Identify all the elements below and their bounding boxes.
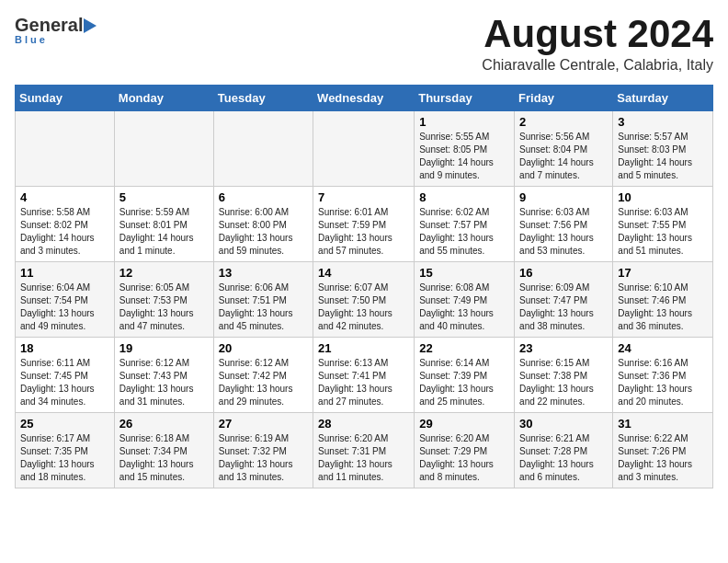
day-detail: Sunrise: 5:55 AMSunset: 8:05 PMDaylight:…: [419, 131, 509, 182]
page-header: General Blue August 2024 Chiaravalle Cen…: [15, 15, 713, 74]
day-detail: Sunrise: 6:00 AMSunset: 8:00 PMDaylight:…: [219, 206, 308, 258]
calendar-day-header: Sunday: [16, 86, 115, 111]
day-detail: Sunrise: 6:20 AMSunset: 7:29 PMDaylight:…: [419, 432, 509, 484]
calendar-cell: [114, 111, 213, 187]
calendar-day-header: Wednesday: [313, 86, 415, 111]
calendar-cell: 5Sunrise: 5:59 AMSunset: 8:01 PMDaylight…: [114, 187, 213, 262]
calendar-week-row: 1Sunrise: 5:55 AMSunset: 8:05 PMDaylight…: [16, 111, 713, 187]
calendar-cell: 21Sunrise: 6:13 AMSunset: 7:41 PMDayligh…: [313, 338, 415, 413]
day-detail: Sunrise: 5:56 AMSunset: 8:04 PMDaylight:…: [519, 131, 608, 182]
day-number: 21: [318, 341, 409, 355]
day-detail: Sunrise: 6:03 AMSunset: 7:55 PMDaylight:…: [618, 206, 708, 258]
day-detail: Sunrise: 6:15 AMSunset: 7:38 PMDaylight:…: [519, 357, 608, 408]
logo-blue: Blue: [15, 34, 97, 45]
day-number: 13: [219, 266, 308, 280]
day-detail: Sunrise: 6:06 AMSunset: 7:51 PMDaylight:…: [219, 282, 308, 333]
day-number: 11: [20, 266, 109, 280]
calendar-cell: 18Sunrise: 6:11 AMSunset: 7:45 PMDayligh…: [16, 338, 115, 413]
day-number: 25: [20, 417, 109, 431]
day-detail: Sunrise: 6:07 AMSunset: 7:50 PMDaylight:…: [318, 282, 409, 333]
calendar-cell: 27Sunrise: 6:19 AMSunset: 7:32 PMDayligh…: [213, 413, 313, 488]
day-number: 2: [519, 115, 608, 129]
day-detail: Sunrise: 5:59 AMSunset: 8:01 PMDaylight:…: [119, 206, 209, 258]
calendar-cell: 2Sunrise: 5:56 AMSunset: 8:04 PMDaylight…: [515, 111, 613, 187]
page-title: August 2024: [482, 15, 713, 53]
page-subtitle: Chiaravalle Centrale, Calabria, Italy: [482, 57, 713, 74]
calendar-cell: 28Sunrise: 6:20 AMSunset: 7:31 PMDayligh…: [313, 413, 415, 488]
day-detail: Sunrise: 6:17 AMSunset: 7:35 PMDaylight:…: [20, 432, 109, 484]
calendar-week-row: 4Sunrise: 5:58 AMSunset: 8:02 PMDaylight…: [16, 187, 713, 262]
day-number: 31: [618, 417, 708, 431]
calendar-cell: 25Sunrise: 6:17 AMSunset: 7:35 PMDayligh…: [16, 413, 115, 488]
day-number: 4: [20, 190, 109, 204]
day-detail: Sunrise: 6:01 AMSunset: 7:59 PMDaylight:…: [318, 206, 409, 258]
day-detail: Sunrise: 6:19 AMSunset: 7:32 PMDaylight:…: [219, 432, 308, 484]
calendar-week-row: 11Sunrise: 6:04 AMSunset: 7:54 PMDayligh…: [16, 262, 713, 338]
day-number: 18: [20, 341, 109, 355]
calendar-week-row: 18Sunrise: 6:11 AMSunset: 7:45 PMDayligh…: [16, 338, 713, 413]
calendar-cell: 12Sunrise: 6:05 AMSunset: 7:53 PMDayligh…: [114, 262, 213, 338]
day-detail: Sunrise: 6:20 AMSunset: 7:31 PMDaylight:…: [318, 432, 409, 484]
day-detail: Sunrise: 5:57 AMSunset: 8:03 PMDaylight:…: [618, 131, 708, 182]
calendar-cell: 14Sunrise: 6:07 AMSunset: 7:50 PMDayligh…: [313, 262, 415, 338]
calendar-cell: 16Sunrise: 6:09 AMSunset: 7:47 PMDayligh…: [515, 262, 613, 338]
day-detail: Sunrise: 6:11 AMSunset: 7:45 PMDaylight:…: [20, 357, 109, 408]
calendar-header-row: SundayMondayTuesdayWednesdayThursdayFrid…: [16, 86, 713, 111]
day-number: 6: [219, 190, 308, 204]
title-area: August 2024 Chiaravalle Centrale, Calabr…: [482, 15, 713, 74]
calendar-cell: 15Sunrise: 6:08 AMSunset: 7:49 PMDayligh…: [415, 262, 515, 338]
day-detail: Sunrise: 5:58 AMSunset: 8:02 PMDaylight:…: [20, 206, 109, 258]
day-number: 23: [519, 341, 608, 355]
day-detail: Sunrise: 6:13 AMSunset: 7:41 PMDaylight:…: [318, 357, 409, 408]
logo-arrow-icon: [84, 18, 97, 33]
calendar-cell: 3Sunrise: 5:57 AMSunset: 8:03 PMDaylight…: [613, 111, 713, 187]
day-number: 7: [318, 190, 409, 204]
calendar-cell: 24Sunrise: 6:16 AMSunset: 7:36 PMDayligh…: [613, 338, 713, 413]
calendar-cell: 4Sunrise: 5:58 AMSunset: 8:02 PMDaylight…: [16, 187, 115, 262]
day-detail: Sunrise: 6:12 AMSunset: 7:43 PMDaylight:…: [119, 357, 209, 408]
day-number: 29: [419, 417, 509, 431]
day-detail: Sunrise: 6:04 AMSunset: 7:54 PMDaylight:…: [20, 282, 109, 333]
day-detail: Sunrise: 6:16 AMSunset: 7:36 PMDaylight:…: [618, 357, 708, 408]
calendar-cell: 20Sunrise: 6:12 AMSunset: 7:42 PMDayligh…: [213, 338, 313, 413]
day-detail: Sunrise: 6:02 AMSunset: 7:57 PMDaylight:…: [419, 206, 509, 258]
day-number: 28: [318, 417, 409, 431]
day-number: 19: [119, 341, 209, 355]
calendar-day-header: Thursday: [415, 86, 515, 111]
day-number: 8: [419, 190, 509, 204]
calendar-cell: 17Sunrise: 6:10 AMSunset: 7:46 PMDayligh…: [613, 262, 713, 338]
calendar-week-row: 25Sunrise: 6:17 AMSunset: 7:35 PMDayligh…: [16, 413, 713, 488]
day-detail: Sunrise: 6:05 AMSunset: 7:53 PMDaylight:…: [119, 282, 209, 333]
calendar-cell: 31Sunrise: 6:22 AMSunset: 7:26 PMDayligh…: [613, 413, 713, 488]
day-detail: Sunrise: 6:03 AMSunset: 7:56 PMDaylight:…: [519, 206, 608, 258]
calendar-cell: 10Sunrise: 6:03 AMSunset: 7:55 PMDayligh…: [613, 187, 713, 262]
calendar-cell: 6Sunrise: 6:00 AMSunset: 8:00 PMDaylight…: [213, 187, 313, 262]
calendar-cell: 7Sunrise: 6:01 AMSunset: 7:59 PMDaylight…: [313, 187, 415, 262]
calendar-cell: 30Sunrise: 6:21 AMSunset: 7:28 PMDayligh…: [515, 413, 613, 488]
day-detail: Sunrise: 6:10 AMSunset: 7:46 PMDaylight:…: [618, 282, 708, 333]
calendar-cell: 19Sunrise: 6:12 AMSunset: 7:43 PMDayligh…: [114, 338, 213, 413]
calendar-table: SundayMondayTuesdayWednesdayThursdayFrid…: [15, 85, 713, 488]
day-number: 1: [419, 115, 509, 129]
calendar-day-header: Monday: [114, 86, 213, 111]
day-number: 9: [519, 190, 608, 204]
day-number: 3: [618, 115, 708, 129]
calendar-day-header: Tuesday: [213, 86, 313, 111]
calendar-cell: 26Sunrise: 6:18 AMSunset: 7:34 PMDayligh…: [114, 413, 213, 488]
day-detail: Sunrise: 6:18 AMSunset: 7:34 PMDaylight:…: [119, 432, 209, 484]
day-number: 14: [318, 266, 409, 280]
calendar-cell: 1Sunrise: 5:55 AMSunset: 8:05 PMDaylight…: [415, 111, 515, 187]
calendar-cell: 23Sunrise: 6:15 AMSunset: 7:38 PMDayligh…: [515, 338, 613, 413]
day-number: 10: [618, 190, 708, 204]
calendar-cell: 9Sunrise: 6:03 AMSunset: 7:56 PMDaylight…: [515, 187, 613, 262]
day-number: 26: [119, 417, 209, 431]
calendar-cell: [313, 111, 415, 187]
day-number: 17: [618, 266, 708, 280]
day-number: 12: [119, 266, 209, 280]
calendar-day-header: Friday: [515, 86, 613, 111]
calendar-cell: [16, 111, 115, 187]
day-detail: Sunrise: 6:14 AMSunset: 7:39 PMDaylight:…: [419, 357, 509, 408]
calendar-cell: [213, 111, 313, 187]
calendar-cell: 11Sunrise: 6:04 AMSunset: 7:54 PMDayligh…: [16, 262, 115, 338]
day-number: 27: [219, 417, 308, 431]
